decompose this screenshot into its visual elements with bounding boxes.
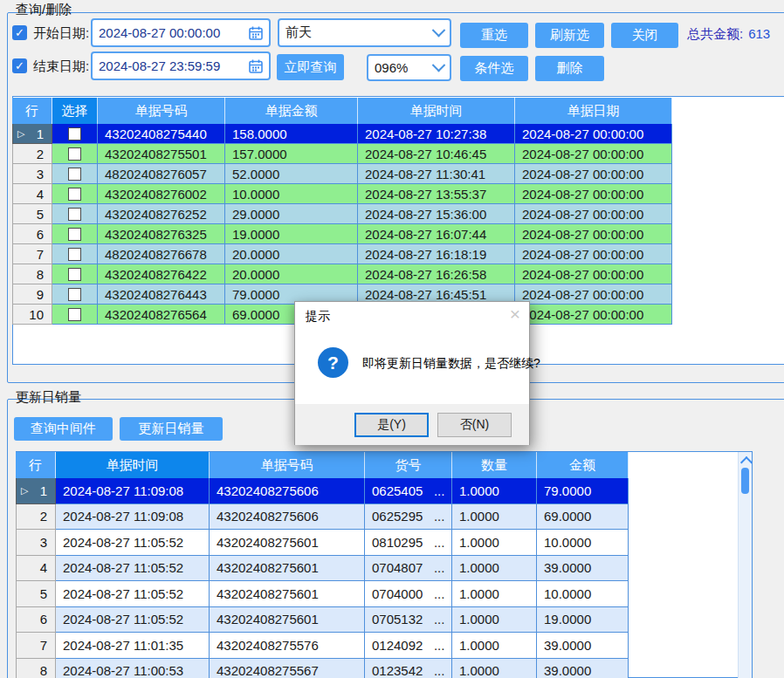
- scrollbar-thumb[interactable]: [741, 468, 749, 494]
- grid2-cell-item[interactable]: 0810295 ...: [365, 530, 452, 556]
- grid1-cell-date[interactable]: 2024-08-27 00:00:00: [515, 244, 672, 264]
- row-select-checkbox[interactable]: [68, 127, 81, 140]
- grid1-cell-date[interactable]: 2024-08-27 00:00:00: [515, 164, 672, 184]
- date-preset-combobox[interactable]: 前天: [278, 18, 451, 47]
- grid2-cell-time[interactable]: 2024-08-27 11:05:52: [56, 607, 210, 633]
- percent-combobox[interactable]: 096%: [367, 54, 451, 81]
- delete-button[interactable]: 删除: [535, 56, 604, 81]
- grid1-cell-amount[interactable]: 20.0000: [225, 244, 358, 264]
- grid2-cell-doc-no[interactable]: 43202408275601: [210, 581, 365, 607]
- grid1-cell-time[interactable]: 2024-08-27 16:18:19: [358, 244, 515, 264]
- grid1-cell-select[interactable]: [52, 264, 98, 284]
- grid2-cell-time[interactable]: 2024-08-27 11:05:52: [56, 581, 210, 607]
- grid2-cell-item[interactable]: 0705132 ...: [365, 607, 452, 633]
- grid1-cell-select[interactable]: [52, 244, 98, 264]
- grid1-cell-amount[interactable]: 52.0000: [225, 164, 358, 184]
- grid2-row-header[interactable]: ▷1: [16, 478, 56, 504]
- grid1-cell-date[interactable]: 2024-08-27 00:00:00: [515, 204, 672, 224]
- grid2-cell-item[interactable]: 0704807 ...: [365, 556, 452, 582]
- grid2-cell-doc-no[interactable]: 43202408275601: [210, 556, 365, 582]
- grid2-cell-qty[interactable]: 1.0000: [452, 581, 537, 607]
- start-date-checkbox[interactable]: ✓: [12, 25, 27, 40]
- row-select-checkbox[interactable]: [68, 168, 81, 181]
- grid1-cell-doc-no[interactable]: 43202408276564: [98, 305, 225, 325]
- grid1-header-select[interactable]: 选择: [52, 98, 98, 124]
- grid2-cell-time[interactable]: 2024-08-27 11:00:53: [56, 659, 210, 678]
- grid2-cell-qty[interactable]: 1.0000: [452, 659, 537, 678]
- grid1-row-header[interactable]: 6: [12, 224, 52, 244]
- reselect-button[interactable]: 重选: [460, 23, 528, 48]
- grid1-cell-date[interactable]: 2024-08-27 00:00:00: [515, 224, 672, 244]
- grid2-cell-doc-no[interactable]: 43202408275576: [210, 633, 365, 659]
- refresh-select-button[interactable]: 刷新选: [535, 23, 604, 48]
- grid1-cell-amount[interactable]: 20.0000: [225, 264, 358, 284]
- grid1-header-time[interactable]: 单据时间: [358, 98, 515, 124]
- grid1-cell-time[interactable]: 2024-08-27 16:07:44: [358, 224, 515, 244]
- no-button[interactable]: 否(N): [437, 413, 512, 437]
- grid2-cell-item[interactable]: 0704000 ...: [365, 581, 452, 607]
- grid2-cell-item[interactable]: 0123542 ...: [365, 659, 452, 678]
- grid1-cell-time[interactable]: 2024-08-27 10:46:45: [358, 144, 515, 164]
- grid2-cell-qty[interactable]: 1.0000: [452, 607, 537, 633]
- grid1-header-amount[interactable]: 单据金额: [225, 98, 358, 124]
- grid2-cell-item[interactable]: 0625295 ...: [365, 504, 452, 531]
- row-select-checkbox[interactable]: [68, 308, 81, 321]
- grid1-row-header[interactable]: 7: [12, 244, 52, 264]
- grid2-header-doc-no[interactable]: 单据号码: [210, 452, 365, 478]
- grid2-cell-qty[interactable]: 1.0000: [452, 504, 537, 531]
- grid2-cell-doc-no[interactable]: 43202408275601: [210, 607, 365, 633]
- grid2-cell-doc-no[interactable]: 43202408275606: [210, 504, 365, 531]
- grid2-cell-qty[interactable]: 1.0000: [452, 633, 537, 659]
- row-select-checkbox[interactable]: [68, 188, 81, 201]
- grid2-row-header[interactable]: 2: [16, 504, 56, 531]
- grid1-cell-doc-no[interactable]: 43202408275440: [98, 124, 225, 144]
- grid2-cell-qty[interactable]: 1.0000: [452, 530, 537, 556]
- grid2-row-header[interactable]: 3: [16, 530, 56, 556]
- grid1-cell-amount[interactable]: 157.0000: [225, 144, 358, 164]
- grid1-row-header[interactable]: 4: [12, 184, 52, 204]
- grid1-cell-time[interactable]: 2024-08-27 16:26:58: [358, 264, 515, 284]
- grid1-cell-select[interactable]: [52, 284, 98, 305]
- grid1-header-doc-no[interactable]: 单据号码: [98, 98, 225, 124]
- grid2-cell-item[interactable]: 0625405 ...: [365, 478, 452, 504]
- grid2-cell-doc-no[interactable]: 43202408275567: [210, 659, 365, 678]
- grid1-cell-time[interactable]: 2024-08-27 10:27:38: [358, 124, 515, 144]
- grid1-cell-select[interactable]: [52, 184, 98, 204]
- grid1-header-row[interactable]: 行: [12, 98, 52, 124]
- grid1-cell-select[interactable]: [52, 204, 98, 224]
- grid1-cell-time[interactable]: 2024-08-27 13:55:37: [358, 184, 515, 204]
- grid1-row-header[interactable]: 9: [12, 284, 52, 305]
- row-select-checkbox[interactable]: [68, 147, 81, 161]
- yes-button[interactable]: 是(Y): [354, 413, 429, 437]
- grid1-row-header[interactable]: 3: [12, 164, 52, 184]
- grid1-cell-doc-no[interactable]: 43202408276325: [98, 224, 225, 244]
- grid2-cell-time[interactable]: 2024-08-27 11:09:08: [56, 478, 210, 504]
- grid1-cell-date[interactable]: 2024-08-27 00:00:00: [515, 124, 672, 144]
- condition-select-button[interactable]: 条件选: [460, 56, 528, 81]
- end-date-input[interactable]: 2024-08-27 23:59:59: [91, 51, 271, 80]
- grid1-cell-select[interactable]: [52, 224, 98, 244]
- grid1-cell-doc-no[interactable]: 43202408276422: [98, 264, 225, 284]
- grid1-cell-date[interactable]: 2024-08-27 00:00:00: [515, 144, 672, 164]
- grid2-header-row[interactable]: 行: [16, 452, 56, 478]
- update-daily-sales-button[interactable]: 更新日销量: [120, 417, 223, 441]
- grid1-cell-select[interactable]: [52, 124, 98, 144]
- grid1-cell-date[interactable]: 2024-08-27 00:00:00: [515, 184, 672, 204]
- grid1-row-header[interactable]: 5: [12, 204, 52, 224]
- grid1-row-header[interactable]: 8: [12, 264, 52, 284]
- grid1-cell-date[interactable]: 2024-08-27 00:00:00: [515, 264, 672, 284]
- close-button[interactable]: 关闭: [611, 23, 678, 48]
- grid2-cell-amount[interactable]: 39.0000: [537, 633, 629, 659]
- grid1-cell-amount[interactable]: 29.0000: [225, 204, 358, 224]
- row-select-checkbox[interactable]: [68, 228, 81, 241]
- grid1-row-header[interactable]: ▷1: [12, 124, 52, 144]
- grid1-cell-doc-no[interactable]: 43202408276002: [98, 184, 225, 204]
- grid1-cell-doc-no[interactable]: 48202408276678: [98, 244, 225, 264]
- close-icon[interactable]: ×: [510, 305, 520, 323]
- grid2-header-time[interactable]: 单据时间: [56, 452, 210, 478]
- grid2-cell-amount[interactable]: 10.0000: [537, 530, 629, 556]
- grid1-cell-doc-no[interactable]: 43202408276443: [98, 284, 225, 305]
- grid2-row-header[interactable]: 6: [16, 607, 56, 633]
- grid2-cell-time[interactable]: 2024-08-27 11:05:52: [56, 556, 210, 582]
- grid2-header-amount[interactable]: 金额: [537, 452, 629, 478]
